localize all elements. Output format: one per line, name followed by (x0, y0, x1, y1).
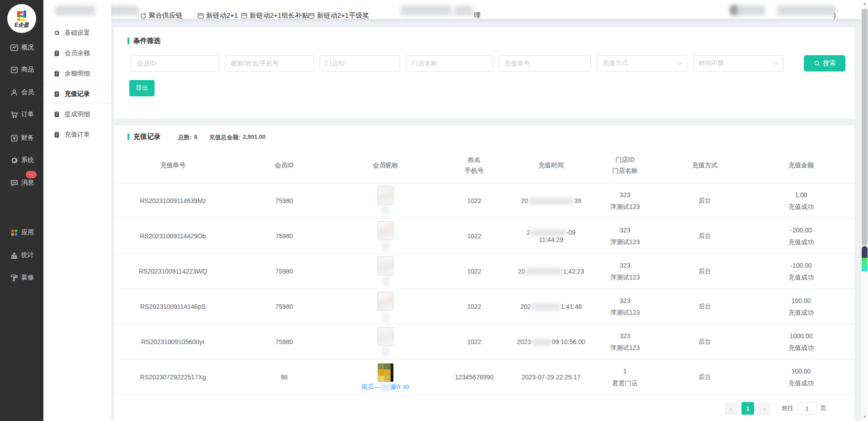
next-page-button[interactable]: › (758, 402, 771, 415)
submenu-item-label: 基础设置 (65, 29, 90, 37)
cell-member-nickname (336, 289, 434, 324)
export-button[interactable]: 导出 (129, 80, 155, 96)
sidebar-item-system[interactable]: 系统 (0, 152, 43, 168)
sidebar-item-label: 消息 (21, 179, 34, 187)
blurred-nav-item[interactable] (454, 6, 472, 15)
member-avatar-blurred (377, 256, 394, 275)
member-nickname-link[interactable]: 南瓜—藤ớ ɜờ (361, 383, 410, 391)
calendar-icon (308, 13, 315, 19)
sidebar-item-finance[interactable]: 财务 (0, 130, 43, 146)
blur-redaction (531, 229, 566, 236)
blurred-account-item[interactable] (730, 5, 737, 14)
store-name-input[interactable] (406, 55, 493, 71)
floating-widget[interactable] (862, 246, 868, 271)
sidebar-item-decorate[interactable]: 装修 (0, 270, 43, 285)
cell-amount: -200.00充值成功 (748, 224, 854, 248)
nav-tab-partial-label[interactable]: 理 (474, 11, 481, 19)
cell-name-phone: 1022 (434, 197, 514, 204)
overview-icon (9, 43, 19, 52)
cell-method: 后台 (662, 303, 748, 311)
total-value: 8 (194, 133, 197, 142)
member-id-input[interactable] (131, 55, 219, 71)
sidebar-item-overview[interactable]: 概况 (0, 40, 43, 55)
table-row: RS20231009114429Ob 75980 1022 2-09 11:44… (114, 218, 854, 254)
cell-method: 后台 (662, 197, 748, 205)
cell-store: 323萍测试123 (588, 295, 662, 318)
scrollbar-thumb[interactable] (862, 9, 868, 245)
nav-tab-supply-chain[interactable]: 聚合供应链 (140, 11, 183, 19)
cell-member-nickname (336, 324, 434, 360)
time-range-select[interactable]: 时间不限 (693, 55, 783, 71)
total-label: 总数: (178, 133, 192, 142)
cell-name-phone: 1022 (434, 338, 514, 345)
blurred-nav-item[interactable] (401, 6, 451, 15)
clipboard-icon (53, 50, 61, 57)
cell-method: 后台 (662, 338, 748, 346)
cell-method: 后台 (662, 267, 748, 275)
sidebar-item-label: 订单 (21, 110, 34, 118)
filter-fields-row: 充值方式 时间不限 (131, 55, 783, 71)
col-name-phone: 姓名手机号 (434, 154, 514, 176)
nav-tab-label: 聚合供应链 (149, 11, 183, 19)
cell-member-nickname (336, 183, 434, 218)
account-paren-text: ) (834, 11, 836, 19)
page-scrollbar[interactable]: ▲ ▼ (861, 0, 868, 421)
brand-logo[interactable]: E企盈 (7, 4, 36, 33)
store-id-input[interactable] (320, 55, 400, 71)
nav-tab-label: 新链动2+1组长补贴 (250, 11, 308, 19)
cell-amount: 100.00充值成功 (748, 295, 854, 318)
submenu-item-commission-detail[interactable]: 提成明细 (43, 104, 111, 124)
sidebar-item-apps[interactable]: 应用 (0, 225, 43, 240)
cell-member-id: 75980 (232, 232, 336, 240)
submenu-item-basic-settings[interactable]: 基础设置 (43, 23, 111, 43)
cell-recharge-time: 2039 (514, 197, 588, 205)
scroll-up-icon[interactable]: ▲ (861, 2, 868, 6)
sidebar-item-stats[interactable]: 统计 (0, 247, 43, 263)
sidebar-item-orders[interactable]: 订单 (0, 107, 43, 122)
blurred-nav-item[interactable] (55, 6, 95, 15)
title-accent-bar (127, 133, 129, 140)
nav-tab-group-leader-subsidy[interactable]: 新链动2+1组长补贴 (241, 11, 308, 19)
brand-logo-mark (16, 10, 28, 22)
cell-member-id: 75980 (232, 338, 336, 345)
sidebar-item-members[interactable]: 会员 (0, 85, 43, 100)
nickname-input[interactable] (225, 55, 314, 71)
records-title: 充值记录 (127, 132, 160, 141)
nav-tab-peer-reward[interactable]: 新链动2+1平级奖 (308, 11, 369, 19)
blurred-account-item[interactable] (778, 5, 835, 15)
current-page-button[interactable]: 1 (741, 402, 754, 415)
cell-member-id: 75980 (232, 197, 336, 204)
sidebar-item-label: 会员 (21, 88, 34, 96)
refresh-circle-icon (140, 13, 146, 19)
col-member-id: 会员ID (232, 160, 336, 170)
nav-tab-liandong-2plus1[interactable]: 新链动2+1 (198, 11, 238, 19)
submenu-item-balance-detail[interactable]: 余额明细 (43, 63, 111, 84)
sidebar-item-goods[interactable]: 商品 (0, 62, 43, 77)
goto-page-input[interactable] (797, 402, 817, 415)
records-stats: 总数:8 充值总金额:2,901.00 (178, 133, 266, 142)
submenu-item-recharge-orders[interactable]: 充值订单 (43, 124, 111, 145)
cell-recharge-time: 2-09 11:44:29 (514, 229, 588, 244)
search-button[interactable]: 搜索 (804, 55, 845, 71)
cell-recharge-time: 201:42:23 (514, 268, 588, 275)
goto-label: 前往 (782, 404, 793, 412)
scroll-down-icon[interactable]: ▼ (861, 415, 868, 419)
recharge-method-select[interactable]: 充值方式 (597, 55, 687, 71)
submenu-item-member-balance[interactable]: 会员余额 (43, 43, 111, 63)
calendar-icon (198, 13, 204, 19)
prev-page-button[interactable]: ‹ (725, 402, 738, 415)
submenu-item-recharge-records[interactable]: 充值记录 (43, 84, 111, 104)
cell-store: 323萍测试123 (588, 224, 662, 248)
cell-member-id: 75980 (232, 268, 336, 275)
submenu-item-label: 充值记录 (65, 90, 90, 98)
blur-redaction (528, 198, 574, 204)
chevron-down-icon (774, 62, 778, 65)
clipboard-icon (53, 70, 61, 77)
cell-recharge-time: 2021:41:46 (514, 303, 588, 311)
cell-store: 323萍测试123 (588, 189, 662, 213)
member-avatar-blurred (377, 186, 394, 205)
sidebar-item-messages[interactable]: 消息 ... (0, 175, 43, 190)
order-no-input[interactable] (499, 55, 591, 71)
cell-order-no: RS20231009105600yr (114, 338, 232, 345)
sidebar-item-label: 商品 (21, 66, 34, 74)
